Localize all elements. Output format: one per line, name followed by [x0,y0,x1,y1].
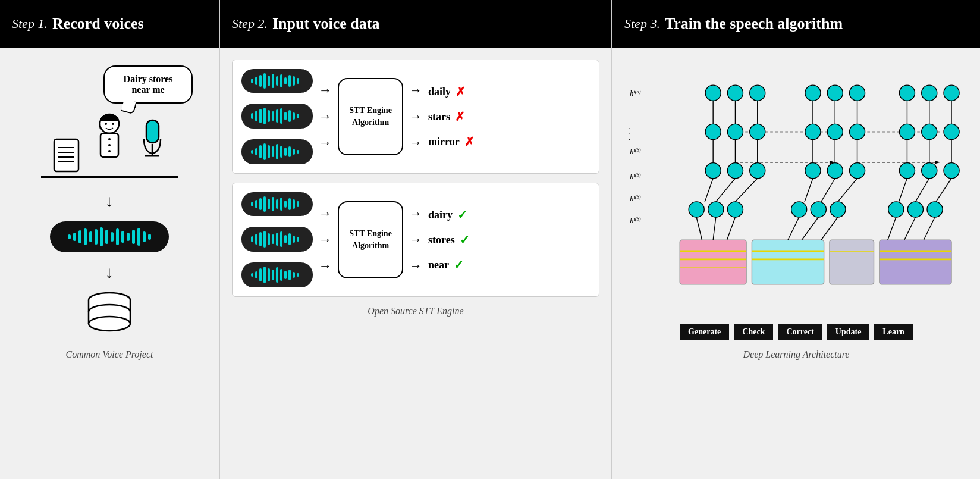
stt-bad-arrows-out: → → → [409,83,422,151]
stt-waveform-bad-1 [241,69,313,93]
node-c2-r3-3 [849,163,865,179]
node-c1-r2-3 [750,124,765,139]
stt-good-arrows-in: → → → [319,206,332,274]
arrow-gout-2: → [409,232,422,248]
arrow-out-2: → [409,109,422,124]
arrow-gout-1: → [409,206,422,221]
svg-line-55 [716,179,736,202]
arrow-g1: → [319,206,332,221]
node-c2-r1-2 [827,85,843,101]
node-c2-r4-1 [791,202,807,217]
svg-line-54 [705,179,713,202]
node-c3-r1-2 [922,85,937,101]
stt-good-inputs [241,192,313,287]
stt-good-section: → → → STT Engine Algorithm → → → da [232,183,599,297]
step3-body: ht(5) . . . ht(b) ht(b) ht(b) ht(b) [612,48,980,479]
desk-scene [26,113,193,181]
stt-good-outputs: dairy ✓ stores ✓ near ✓ [428,208,470,272]
node-c3-r1-3 [944,85,959,101]
step3-panel: Step 3. Train the speech algorithm ht(5)… [612,0,980,479]
desk-items [26,113,193,173]
node-c1-r4-1 [689,202,704,217]
node-c1-r4-3 [727,202,743,217]
svg-line-56 [735,179,757,202]
node-c2-r3-2 [827,163,843,179]
node-c1-r3-2 [727,163,743,179]
label-update: Update [827,324,870,340]
output-row-near: near ✓ [428,258,470,272]
step1-panel: Step 1. Record voices Dairy stores near … [0,0,220,479]
step1-content: Dairy stores near me [12,65,207,340]
svg-text:ht(b): ht(b) [630,194,640,203]
microphone-icon [139,119,166,173]
svg-line-80 [936,179,951,202]
nn-svg: ht(5) . . . ht(b) ht(b) ht(b) ht(b) [624,60,968,309]
node-c2-r2-3 [849,124,865,139]
database-icon [83,287,136,340]
output-text-stores: stores [428,234,455,246]
stt-bad-section: → → → STT Engine Algorithm → → → da [232,60,599,174]
node-c2-r1-1 [805,85,821,101]
node-c2-r4-3 [830,202,846,217]
node-c3-r4-1 [888,202,904,217]
stt-waveform-good-2 [241,227,313,252]
matrix-block-2 [752,240,824,284]
step1-label: Step 1. [12,16,48,32]
step2-header: Step 2. Input voice data [220,0,611,48]
node-c3-r3-1 [899,163,915,179]
matrix-block-3 [830,240,874,284]
step1-header: Step 1. Record voices [0,0,219,48]
stt-waveform-good-1 [241,192,313,216]
node-c1-r3-1 [705,163,721,179]
svg-text:ht(5): ht(5) [630,89,640,98]
svg-text:ht(b): ht(b) [630,217,640,226]
step2-caption: Open Source STT Engine [368,306,463,317]
node-c3-r1-1 [899,85,915,101]
output-text-stars: stars [428,111,450,123]
step2-sections: → → → STT Engine Algorithm → → → da [232,60,599,297]
svg-line-67 [821,179,835,202]
svg-point-23 [89,317,130,331]
svg-point-11 [108,150,111,152]
step1-body: Dairy stores near me [0,48,219,479]
svg-point-10 [108,144,111,146]
stt-waveform-good-3 [241,262,313,287]
document-icon [53,138,80,173]
node-c3-r2-3 [944,124,959,139]
node-c3-r2-2 [922,124,937,139]
arrow-down-1: ↓ [105,193,114,209]
svg-text:ht(b): ht(b) [630,172,640,181]
node-c1-r1-3 [750,85,765,101]
node-c2-r2-1 [805,124,821,139]
speech-text: Dairy stores near me [124,74,173,95]
svg-line-69 [788,217,799,240]
output-row-dairy: dairy ✓ [428,208,470,222]
stt-engine-bad: STT Engine Algorithm [338,78,403,155]
svg-text:ht(b): ht(b) [630,147,640,156]
stt-good-arrows-out: → → → [409,206,422,274]
result-mark-daily: ✗ [456,84,466,99]
node-c3-r4-2 [907,202,923,217]
stt-bad-arrows-in: → → → [319,83,332,151]
node-c3-r3-2 [922,163,937,179]
output-text-mirror: mirror [428,136,460,148]
output-text-near: near [428,259,449,271]
svg-line-57 [696,217,702,240]
node-c1-r2-1 [705,124,721,139]
nn-labels: Generate Check Correct Update Learn [680,324,913,340]
svg-line-78 [899,179,907,202]
node-c3-r4-3 [927,202,943,217]
step3-label: Step 3. [624,16,660,32]
step3-caption: Deep Learning Architecture [743,349,850,360]
svg-point-6 [105,123,107,125]
result-mark-near: ✓ [454,258,464,272]
step2-panel: Step 2. Input voice data [220,0,612,479]
step1-title: Record voices [52,15,144,33]
result-mark-stores: ✓ [460,233,470,247]
arrow-down-2: ↓ [105,264,114,281]
main-container: Step 1. Record voices Dairy stores near … [0,0,980,479]
label-check: Check [734,324,773,340]
svg-marker-39 [935,161,940,164]
svg-line-71 [821,217,838,240]
svg-line-58 [713,217,716,240]
